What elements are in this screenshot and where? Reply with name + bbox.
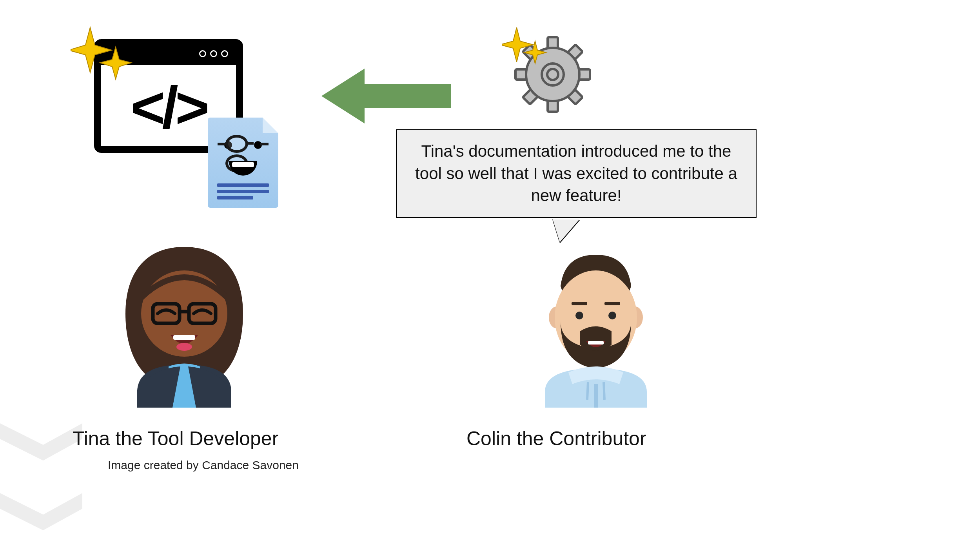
svg-rect-18 <box>173 335 195 340</box>
speech-bubble: Tina's documentation introduced me to th… <box>396 129 757 218</box>
window-dot-icon <box>210 50 217 57</box>
svg-rect-23 <box>572 302 587 305</box>
tina-avatar <box>114 235 255 408</box>
svg-point-25 <box>575 312 583 319</box>
svg-marker-1 <box>0 493 82 530</box>
document-character <box>208 118 278 208</box>
gear-block <box>514 35 592 115</box>
colin-avatar <box>529 243 662 408</box>
left-arrow-icon <box>321 67 451 125</box>
svg-point-19 <box>176 343 192 351</box>
diagram-container: </> <box>0 0 980 544</box>
sparkle-icon <box>502 27 553 74</box>
doc-text-lines <box>217 181 269 202</box>
svg-marker-2 <box>321 69 451 123</box>
page-fold-icon <box>263 118 278 133</box>
decoration-chevron-upper <box>0 423 82 474</box>
svg-marker-0 <box>0 423 82 461</box>
svg-line-28 <box>587 382 588 400</box>
decoration-chevron-lower <box>0 493 82 544</box>
svg-line-29 <box>604 382 604 400</box>
svg-rect-27 <box>588 341 604 345</box>
window-dot-icon <box>221 50 228 57</box>
speech-bubble-tail-icon <box>553 219 579 242</box>
sparkle-icon <box>71 24 141 90</box>
caption-tina: Tina the Tool Developer <box>73 427 278 450</box>
image-credit: Image created by Candace Savonen <box>108 459 299 472</box>
window-dot-icon <box>199 50 206 57</box>
svg-point-26 <box>608 312 616 319</box>
caption-colin: Colin the Contributor <box>466 427 646 450</box>
svg-rect-30 <box>594 384 598 408</box>
speech-text: Tina's documentation introduced me to th… <box>415 142 737 205</box>
window-control-dots <box>199 50 228 57</box>
document-page-icon <box>208 118 278 208</box>
svg-rect-24 <box>604 302 620 305</box>
